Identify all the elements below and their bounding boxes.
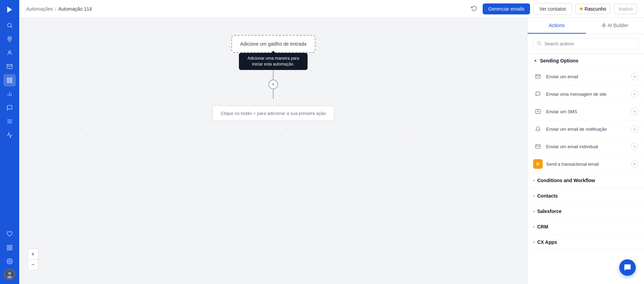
svg-point-3	[9, 38, 11, 39]
trigger-tooltip: Adicionar uma maneira para iniciar esta …	[239, 53, 308, 70]
add-sms-button[interactable]: +	[631, 108, 639, 115]
draft-label: Rascunho	[585, 6, 606, 12]
add-icon: +	[272, 81, 275, 87]
hint-node: Clique no botão + para adicionar a sua p…	[212, 106, 334, 121]
manage-emails-button[interactable]: Gerenciar emails	[483, 3, 530, 14]
action-item-left: Enviar um SMS	[533, 107, 577, 116]
sidebar-logo[interactable]	[4, 4, 15, 15]
breadcrumb-separator: /	[55, 6, 56, 12]
breadcrumb: Automações / Automação 114	[26, 6, 92, 12]
canvas-area[interactable]: Adicione um gatilho de entrada Adicionar…	[19, 18, 527, 284]
action-item-site-message[interactable]: Enviar uma mensagem de site +	[528, 85, 644, 103]
action-item-transactional[interactable]: P Send a transactional email +	[528, 155, 644, 173]
action-item-individual-label: Enviar um email individual	[546, 144, 598, 149]
draft-dot	[580, 8, 583, 10]
tab-ai-builder[interactable]: AI Builder	[586, 18, 644, 34]
section-salesforce[interactable]: › Salesforce	[528, 204, 644, 219]
svg-rect-6	[7, 78, 9, 80]
tooltip-text: Adicionar uma maneira para iniciar esta …	[248, 56, 299, 67]
add-individual-email-button[interactable]: +	[631, 143, 639, 150]
sending-options-label: Sending Options	[540, 58, 578, 63]
draft-status-badge[interactable]: Rascunho	[575, 4, 611, 14]
crm-label: CRM	[537, 224, 548, 229]
section-conditions-workflow[interactable]: › Conditions and Workflow	[528, 173, 644, 188]
svg-rect-16	[7, 245, 9, 247]
flow-container: Adicione um gatilho de entrada Adicionar…	[212, 35, 334, 121]
sidebar-item-grid[interactable]	[3, 241, 16, 254]
breadcrumb-current: Automação 114	[58, 6, 92, 12]
action-item-left: Enviar um email de notificação	[533, 124, 607, 134]
action-item-site-label: Enviar uma mensagem de site	[546, 92, 607, 97]
svg-line-2	[11, 26, 12, 28]
inactive-status-badge[interactable]: Inativo	[614, 4, 637, 14]
action-item-left: Enviar um email	[533, 72, 578, 81]
action-item-email-label: Enviar um email	[546, 74, 578, 79]
sidebar-item-email[interactable]	[3, 60, 16, 73]
sidebar-item-analytics[interactable]	[3, 129, 16, 141]
right-panel: Actions AI Builder ▼ Sending Options	[527, 18, 644, 284]
add-site-message-button[interactable]: +	[631, 90, 639, 98]
svg-rect-7	[10, 78, 12, 80]
zoom-in-button[interactable]: +	[27, 248, 38, 259]
tab-actions[interactable]: Actions	[528, 18, 586, 34]
action-item-sms[interactable]: Enviar um SMS +	[528, 103, 644, 120]
add-email-action-button[interactable]: +	[631, 73, 639, 80]
view-contacts-button[interactable]: Ver contatos	[533, 3, 572, 15]
action-item-left: Enviar um email individual	[533, 142, 598, 151]
search-container	[528, 34, 644, 54]
sidebar-item-chat[interactable]	[3, 102, 16, 114]
svg-rect-19	[10, 248, 12, 250]
hint-text: Clique no botão + para adicionar a sua p…	[221, 111, 326, 116]
history-button[interactable]	[469, 3, 479, 15]
crm-chevron: ›	[533, 224, 534, 229]
conditions-chevron: ›	[533, 178, 534, 183]
svg-point-23	[7, 276, 12, 279]
trigger-node[interactable]: Adicione um gatilho de entrada	[231, 35, 315, 53]
tab-ai-builder-label: AI Builder	[608, 23, 629, 28]
svg-marker-24	[602, 23, 606, 27]
zoom-out-button[interactable]: −	[27, 259, 38, 270]
search-wrap	[533, 38, 639, 49]
add-transactional-button[interactable]: +	[631, 160, 639, 168]
sidebar-item-automations[interactable]	[3, 74, 16, 86]
site-message-action-icon	[533, 89, 543, 99]
panel-tabs: Actions AI Builder	[528, 18, 644, 34]
breadcrumb-automacoes[interactable]: Automações	[26, 6, 53, 12]
section-sending-options[interactable]: ▼ Sending Options	[528, 54, 644, 68]
svg-rect-17	[10, 245, 12, 247]
svg-line-26	[540, 44, 541, 45]
sidebar-item-contacts[interactable]	[3, 47, 16, 59]
action-item-notification[interactable]: Enviar um email de notificação +	[528, 120, 644, 138]
section-contacts[interactable]: › Contacts	[528, 188, 644, 204]
chat-support-button[interactable]	[619, 259, 636, 276]
sidebar-item-reports[interactable]	[3, 88, 16, 100]
action-item-individual-email[interactable]: Enviar um email individual +	[528, 138, 644, 155]
section-cx-apps[interactable]: › CX Apps	[528, 235, 644, 250]
email-action-icon	[533, 72, 543, 81]
search-input[interactable]	[533, 38, 639, 49]
salesforce-label: Salesforce	[537, 209, 562, 214]
action-item-email[interactable]: Enviar um email +	[528, 68, 644, 85]
sending-options-chevron: ▼	[533, 59, 538, 63]
avatar[interactable]	[4, 269, 15, 280]
sidebar-item-segments[interactable]	[3, 115, 16, 128]
sidebar-item-heart[interactable]	[3, 228, 16, 240]
svg-marker-0	[7, 7, 12, 13]
sidebar-item-search[interactable]	[3, 19, 16, 32]
svg-rect-28	[536, 109, 540, 114]
topbar-actions: Gerenciar emails Ver contatos Rascunho I…	[469, 3, 637, 15]
add-notification-button[interactable]: +	[631, 125, 639, 133]
action-item-notification-label: Enviar um email de notificação	[546, 127, 607, 132]
section-crm[interactable]: › CRM	[528, 219, 644, 235]
inactive-label: Inativo	[619, 6, 633, 12]
svg-point-22	[8, 272, 11, 275]
sidebar-item-location[interactable]	[3, 33, 16, 45]
salesforce-chevron: ›	[533, 209, 534, 214]
svg-rect-9	[10, 81, 12, 83]
add-action-button[interactable]: +	[268, 80, 278, 89]
svg-rect-18	[7, 248, 9, 250]
connector-line-2	[273, 89, 274, 99]
sidebar	[0, 0, 19, 284]
notification-action-icon	[533, 124, 543, 134]
sidebar-item-settings[interactable]	[3, 255, 16, 268]
